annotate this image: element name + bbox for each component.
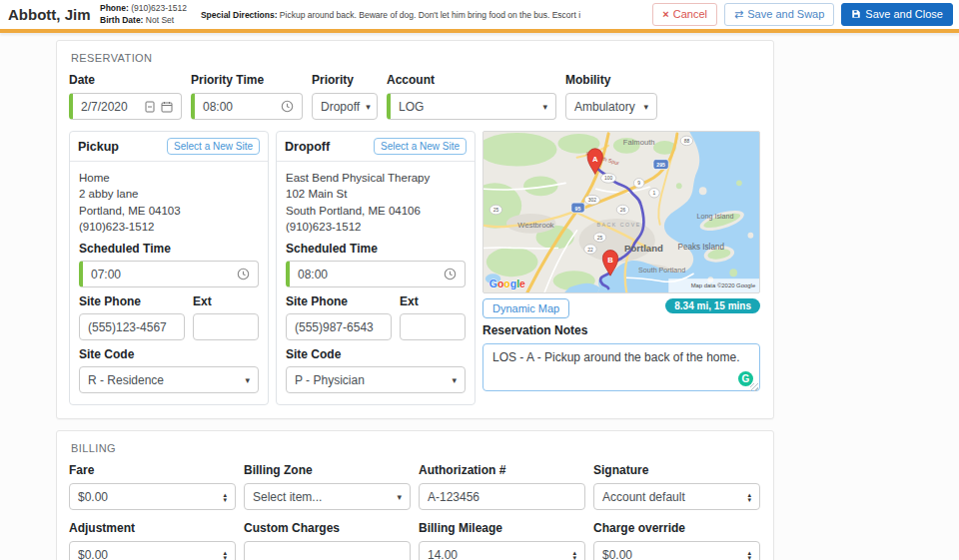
charge-override-input-text[interactable] [602, 548, 741, 560]
pickup-scheduled-time-input[interactable] [79, 261, 259, 287]
date-entry-icon[interactable] [145, 101, 155, 113]
billing-zone-label: Billing Zone [244, 463, 411, 477]
dropoff-ext-input[interactable] [400, 313, 466, 340]
dropoff-address: East Bend Physical Therapy 102 Main St S… [286, 170, 466, 235]
clock-icon[interactable] [281, 100, 294, 113]
dropoff-site-code-select[interactable]: P - Physician ▾ [286, 366, 466, 393]
cancel-button[interactable]: × Cancel [652, 3, 717, 25]
authorization-input-text[interactable] [428, 490, 576, 504]
billing-mileage-input[interactable]: ▴▾ [419, 541, 585, 560]
save-and-close-button[interactable]: Save and Close [841, 3, 953, 25]
chevron-down-icon: ▾ [239, 375, 250, 385]
map-label-south-portland: South Portland [638, 266, 685, 275]
priority-time-input-text[interactable] [203, 100, 281, 114]
custom-charges-input-text[interactable] [253, 548, 402, 560]
authorization-input[interactable] [419, 483, 585, 510]
fare-input[interactable]: ▴▾ [69, 483, 236, 510]
stepper-arrows-icon[interactable]: ▴▾ [741, 550, 751, 560]
signature-select[interactable]: Account default ▴▾ [593, 483, 760, 510]
route-22-shield: 22 [584, 245, 596, 254]
adjustment-field-group: Adjustment ▴▾ [69, 521, 236, 560]
billing-card: BILLING Fare ▴▾ Billing Zone Select item… [56, 430, 774, 560]
chevron-down-icon: ▾ [637, 102, 648, 112]
birth-date-label: Birth Date: [100, 15, 143, 25]
mobility-label: Mobility [565, 73, 657, 87]
clock-icon[interactable] [237, 268, 250, 280]
phone-label: Phone: [100, 3, 129, 13]
clock-icon[interactable] [444, 268, 457, 280]
reservation-notes-input[interactable]: LOS - A - Pickup around the back of the … [482, 343, 760, 391]
map-label-long-island: Long Island [697, 212, 734, 221]
mobility-select[interactable]: Ambulatory ▾ [565, 93, 657, 120]
save-and-swap-button[interactable]: ⇄ Save and Swap [724, 3, 834, 25]
route-map[interactable]: 95 295 302 100 26 9 1 25 22 25 88 F [482, 131, 760, 293]
billing-zone-select[interactable]: Select item... ▾ [244, 483, 411, 510]
stepper-arrows-icon[interactable]: ▴▾ [217, 550, 227, 560]
svg-text:9: 9 [637, 180, 640, 186]
dropoff-panel: Dropoff Select a New Site East Bend Phys… [276, 131, 476, 405]
dropoff-scheduled-time-input[interactable] [286, 261, 466, 287]
client-name: Abbott, Jim [8, 6, 100, 23]
route-25-shield-west: 25 [489, 205, 501, 214]
chevron-down-icon: ▾ [360, 102, 371, 112]
swap-arrows-icon: ⇄ [734, 7, 743, 21]
pickup-select-new-site-button[interactable]: Select a New Site [167, 138, 260, 155]
date-label: Date [69, 73, 182, 87]
fare-input-text[interactable] [78, 490, 217, 504]
pickup-site-code-select[interactable]: R - Residence ▾ [79, 366, 259, 393]
map-label-peaks-island: Peaks Island [678, 242, 725, 251]
interstate-95-shield: 95 [571, 203, 584, 213]
pickup-address: Home 2 abby lane Portland, ME 04103 (910… [79, 170, 259, 235]
adjustment-input-text[interactable] [78, 548, 217, 560]
route-1-shield: 1 [649, 188, 660, 197]
pickup-scheduled-time-text[interactable] [91, 268, 237, 281]
pickup-title: Pickup [78, 140, 119, 154]
charge-override-label: Charge override [593, 521, 760, 535]
dropoff-site-phone-input[interactable] [286, 313, 392, 340]
client-contact-info: Phone: (910)623-1512 Birth Date: Not Set [100, 3, 187, 26]
map-label-portland: Portland [624, 242, 663, 253]
priority-time-input[interactable] [191, 93, 303, 120]
dropoff-site-phone-text[interactable] [295, 320, 383, 334]
phone-value: (910)623-1512 [131, 3, 187, 13]
pickup-ext-input[interactable] [193, 313, 259, 340]
svg-text:95: 95 [575, 205, 581, 211]
date-input-text[interactable] [81, 100, 145, 114]
signature-label: Signature [593, 463, 760, 477]
dynamic-map-button[interactable]: Dynamic Map [482, 298, 569, 318]
billing-mileage-input-text[interactable] [428, 548, 566, 560]
charge-override-field-group: Charge override ▴▾ [593, 521, 760, 560]
pickup-site-phone-text[interactable] [88, 320, 176, 334]
pickup-ext-label: Ext [193, 294, 259, 308]
svg-text:B: B [607, 256, 613, 265]
billing-zone-field-group: Billing Zone Select item... ▾ [244, 463, 411, 510]
charge-override-input[interactable]: ▴▾ [593, 541, 760, 560]
account-label: Account [387, 73, 556, 87]
stepper-arrows-icon[interactable]: ▴▾ [566, 550, 576, 560]
calendar-icon[interactable] [161, 101, 173, 113]
custom-charges-input[interactable] [244, 541, 411, 560]
priority-time-label: Priority Time [191, 73, 303, 87]
route-100-shield: 100 [600, 174, 615, 183]
route-302-shield: 302 [584, 195, 599, 204]
stepper-arrows-icon[interactable]: ▴▾ [217, 492, 227, 502]
dropoff-scheduled-time-text[interactable] [298, 268, 444, 281]
adjustment-input[interactable]: ▴▾ [69, 541, 236, 560]
pickup-site-phone-input[interactable] [79, 313, 185, 340]
priority-time-field-group: Priority Time [191, 73, 303, 120]
billing-section-title: BILLING [71, 442, 760, 454]
reservation-section-title: RESERVATION [71, 52, 760, 64]
resize-handle-icon[interactable] [750, 383, 758, 391]
dropoff-site-code-label: Site Code [286, 347, 466, 361]
pickup-ext-text[interactable] [202, 320, 250, 334]
dropoff-select-new-site-button[interactable]: Select a New Site [374, 138, 467, 155]
custom-charges-label: Custom Charges [244, 521, 411, 535]
priority-select[interactable]: Dropoff ▾ [312, 93, 378, 120]
custom-charges-field-group: Custom Charges [244, 521, 411, 560]
dropoff-ext-text[interactable] [409, 320, 457, 334]
date-input[interactable] [69, 93, 182, 120]
reservation-fields-row: Date Priority Time Priority Dropoff ▾ [69, 73, 760, 120]
fare-field-group: Fare ▴▾ [69, 463, 236, 510]
account-select[interactable]: LOG ▾ [387, 93, 556, 120]
svg-text:88: 88 [684, 138, 690, 144]
